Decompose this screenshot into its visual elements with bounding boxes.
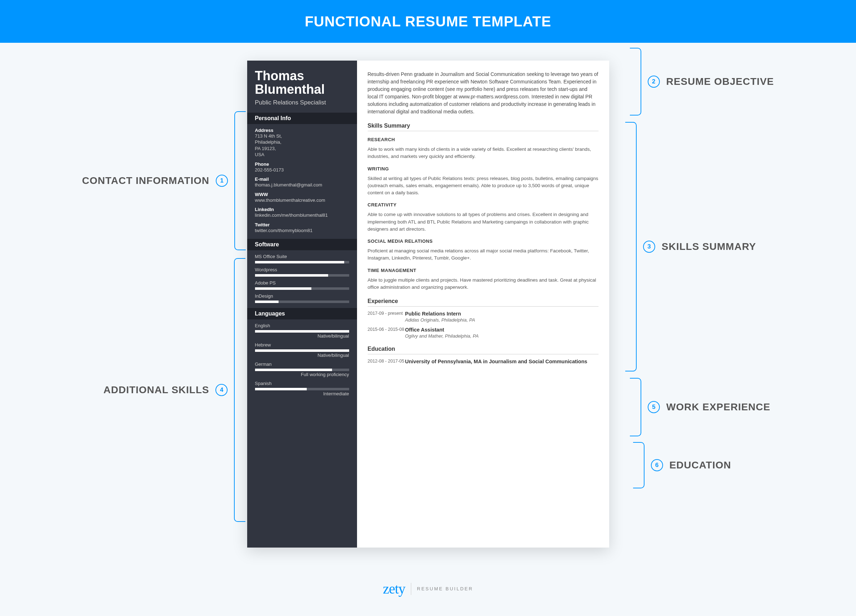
skill-text: Able to come up with innovative solution… bbox=[368, 211, 599, 233]
experience-date: 2015-06 - 2015-08 bbox=[368, 327, 405, 339]
software-name: InDesign bbox=[255, 293, 349, 299]
progress-bar bbox=[255, 388, 349, 390]
experience-subtitle: Adidas Originals, Philadelphia, PA bbox=[405, 317, 599, 323]
software-name: MS Office Suite bbox=[255, 254, 349, 259]
main-area: 1 CONTACT INFORMATION 4 ADDITIONAL SKILL… bbox=[0, 43, 856, 574]
page-title: FUNCTIONAL RESUME TEMPLATE bbox=[305, 14, 551, 29]
annotation-objective: 2 RESUME OBJECTIVE bbox=[630, 48, 774, 115]
software-name: Adobe PS bbox=[255, 280, 349, 286]
linkedin-value: linkedin.com/me/thomblumenthal81 bbox=[255, 212, 349, 218]
footer-subtitle: RESUME BUILDER bbox=[417, 586, 473, 591]
language-level: Native/bilingual bbox=[255, 353, 349, 358]
candidate-title: Public Relations Specialist bbox=[255, 99, 349, 106]
linkedin-label: LinkedIn bbox=[255, 207, 349, 212]
progress-bar bbox=[255, 349, 349, 352]
software-list: MS Office Suite Wordpress Adobe PS InDes… bbox=[255, 254, 349, 303]
resume-document: Thomas Blumenthal Public Relations Speci… bbox=[247, 61, 609, 548]
language-level: Intermediate bbox=[255, 391, 349, 396]
experience-subtitle: Ogilvy and Mather, Philadelphia, PA bbox=[405, 333, 599, 339]
languages-list: English Native/bilingualHebrew Native/bi… bbox=[255, 323, 349, 396]
footer-divider bbox=[411, 583, 411, 595]
bracket-icon bbox=[234, 111, 246, 250]
address-value: 713 N 4th St, bbox=[255, 133, 349, 140]
language-item: German Full working proficiency bbox=[255, 361, 349, 377]
experience-list: 2017-09 - present Public Relations Inter… bbox=[368, 311, 599, 339]
address-label: Address bbox=[255, 128, 349, 133]
skill-heading: WRITING bbox=[368, 166, 599, 172]
skill-text: Able to juggle multiple clients and proj… bbox=[368, 277, 599, 291]
experience-row: 2017-09 - present Public Relations Inter… bbox=[368, 311, 599, 323]
annotation-label: RESUME OBJECTIVE bbox=[666, 76, 774, 88]
annotation-label: CONTACT INFORMATION bbox=[82, 175, 209, 186]
phone-value: 202-555-0173 bbox=[255, 167, 349, 173]
progress-fill bbox=[255, 261, 345, 263]
annotation-number: 4 bbox=[216, 384, 228, 396]
skill-text: Able to work with many kinds of clients … bbox=[368, 146, 599, 160]
progress-fill bbox=[255, 287, 311, 290]
education-body: University of Pennsylvania, MA in Journa… bbox=[405, 359, 599, 364]
address-value: USA bbox=[255, 152, 349, 158]
progress-bar bbox=[255, 301, 349, 303]
software-item: Wordpress bbox=[255, 267, 349, 277]
candidate-first-name: Thomas bbox=[255, 69, 349, 83]
bracket-icon bbox=[633, 442, 645, 488]
bracket-icon bbox=[630, 48, 641, 115]
annotation-number: 5 bbox=[648, 401, 660, 413]
twitter-value: twitter.com/thommybloom81 bbox=[255, 227, 349, 234]
software-name: Wordpress bbox=[255, 267, 349, 272]
education-date: 2012-08 - 2017-05 bbox=[368, 359, 405, 364]
annotation-work: 5 WORK EXPERIENCE bbox=[630, 378, 770, 436]
footer: zety RESUME BUILDER bbox=[0, 580, 856, 597]
progress-fill bbox=[255, 349, 349, 352]
annotation-label: SKILLS SUMMARY bbox=[662, 241, 756, 252]
personal-info-header: Personal Info bbox=[247, 113, 357, 124]
address-value: PA 19123, bbox=[255, 146, 349, 152]
annotation-number: 2 bbox=[648, 75, 660, 88]
language-name: Spanish bbox=[255, 381, 349, 386]
language-name: German bbox=[255, 361, 349, 367]
page-header: FUNCTIONAL RESUME TEMPLATE bbox=[0, 0, 856, 43]
annotation-skills-summary: 3 SKILLS SUMMARY bbox=[625, 122, 756, 372]
bracket-icon bbox=[234, 258, 245, 522]
software-item: MS Office Suite bbox=[255, 254, 349, 263]
software-item: InDesign bbox=[255, 293, 349, 303]
resume-content: Results-driven Penn graduate in Journali… bbox=[357, 61, 609, 548]
email-label: E-mail bbox=[255, 177, 349, 182]
resume-objective-text: Results-driven Penn graduate in Journali… bbox=[368, 71, 599, 115]
software-item: Adobe PS bbox=[255, 280, 349, 290]
email-value: thomas.j.blumenthal@gmail.com bbox=[255, 182, 349, 188]
progress-fill bbox=[255, 369, 332, 371]
language-level: Native/bilingual bbox=[255, 333, 349, 339]
education-row: 2012-08 - 2017-05 University of Pennsylv… bbox=[368, 359, 599, 364]
skills-summary-header: Skills Summary bbox=[368, 123, 599, 131]
experience-date: 2017-09 - present bbox=[368, 311, 405, 323]
annotation-label: WORK EXPERIENCE bbox=[666, 401, 770, 413]
progress-bar bbox=[255, 261, 349, 263]
bracket-icon bbox=[630, 378, 641, 436]
progress-fill bbox=[255, 274, 328, 277]
resume-sidebar: Thomas Blumenthal Public Relations Speci… bbox=[247, 61, 357, 548]
language-item: Hebrew Native/bilingual bbox=[255, 342, 349, 358]
software-header: Software bbox=[247, 239, 357, 250]
annotation-education: 6 EDUCATION bbox=[633, 442, 731, 488]
footer-logo: zety bbox=[383, 580, 405, 597]
experience-body: Public Relations Intern Adidas Originals… bbox=[405, 311, 599, 323]
address-value: Philadelphia, bbox=[255, 139, 349, 146]
annotation-number: 3 bbox=[643, 241, 655, 253]
annotation-contact: 1 CONTACT INFORMATION bbox=[82, 111, 246, 250]
experience-title: Office Assistant bbox=[405, 327, 599, 333]
education-list: 2012-08 - 2017-05 University of Pennsylv… bbox=[368, 359, 599, 364]
skill-heading: TIME MANAGEMENT bbox=[368, 268, 599, 273]
language-level: Full working proficiency bbox=[255, 372, 349, 377]
language-item: English Native/bilingual bbox=[255, 323, 349, 339]
language-name: Hebrew bbox=[255, 342, 349, 347]
annotation-additional: 4 ADDITIONAL SKILLS bbox=[103, 258, 245, 522]
candidate-last-name: Blumenthal bbox=[255, 83, 349, 96]
annotation-number: 6 bbox=[651, 459, 663, 471]
progress-fill bbox=[255, 301, 279, 303]
progress-bar bbox=[255, 274, 349, 277]
experience-header: Experience bbox=[368, 298, 599, 307]
languages-header: Languages bbox=[247, 308, 357, 320]
experience-title: Public Relations Intern bbox=[405, 311, 599, 316]
progress-bar bbox=[255, 287, 349, 290]
